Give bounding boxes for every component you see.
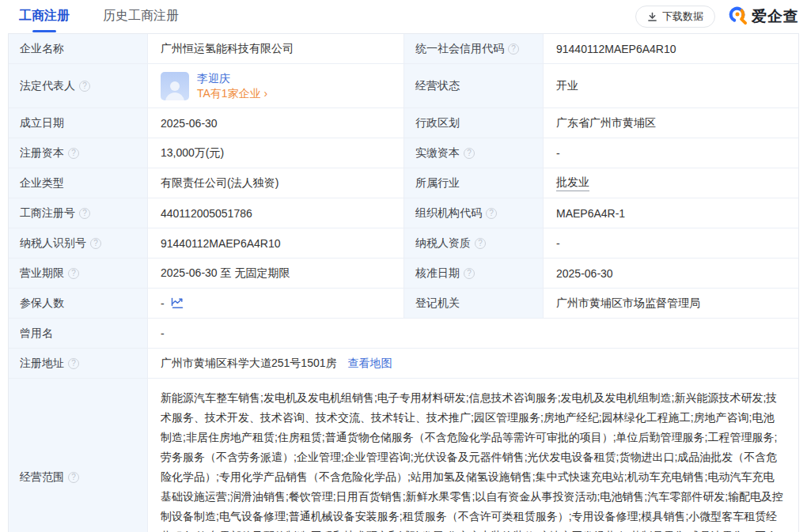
help-icon[interactable]: [464, 268, 475, 279]
help-icon[interactable]: [486, 208, 497, 219]
field-value-company-type: 有限责任公司(法人独资): [148, 168, 404, 198]
field-label-approval-date: 核准日期: [404, 258, 544, 288]
field-value-former-name: -: [148, 319, 798, 348]
help-icon[interactable]: [68, 472, 79, 483]
legal-rep-name-link[interactable]: 李迎庆: [197, 71, 267, 86]
table-row: 企业名称 广州恒运氢能科技有限公司 统一社会信用代码 91440112MAEP6…: [9, 34, 798, 64]
help-icon[interactable]: [475, 238, 486, 249]
field-value-approval-date: 2025-06-30: [544, 258, 798, 288]
chevron-right-icon: [261, 87, 268, 100]
help-icon[interactable]: [79, 208, 90, 219]
table-row: 成立日期 2025-06-30 行政区划 广东省广州市黄埔区: [9, 108, 798, 138]
field-value-insured-count: -: [148, 289, 404, 318]
help-icon[interactable]: [508, 43, 519, 55]
field-label-reg-capital: 注册资本: [9, 138, 148, 168]
trend-chart-icon[interactable]: [171, 297, 184, 309]
download-data-button[interactable]: 下载数据: [635, 6, 715, 28]
help-icon[interactable]: [464, 148, 475, 159]
tab-label: 工商注册: [19, 9, 70, 22]
field-label-business-term: 营业期限: [9, 258, 148, 288]
field-value-business-scope: 新能源汽车整车销售;发电机及发电机组销售;电子专用材料研发;信息技术咨询服务;发…: [148, 379, 798, 532]
tab-label: 历史工商注册: [103, 9, 179, 22]
field-label-company-type: 企业类型: [9, 168, 148, 198]
field-value-credit-code: 91440112MAEP6A4R10: [544, 34, 798, 63]
aiqicha-logo[interactable]: 爱企查: [728, 6, 799, 28]
field-label-paid-capital: 实缴资本: [404, 138, 544, 168]
field-label-business-scope: 经营范围: [9, 379, 148, 532]
table-row: 纳税人识别号 91440112MAEP6A4R10 纳税人资质 -: [9, 228, 798, 258]
legal-rep-related-companies-link[interactable]: TA有1家企业: [197, 86, 267, 101]
table-row: 法定代表人 李迎庆 TA有1家企业 经营状态 开业: [9, 64, 798, 108]
table-row: 曾用名 -: [9, 319, 798, 349]
legal-rep-avatar[interactable]: [161, 72, 189, 100]
field-label-registration-authority: 登记机关: [404, 289, 544, 318]
field-label-taxpayer-id: 纳税人识别号: [9, 228, 148, 258]
table-row: 工商注册号 440112005051786 组织机构代码 MAEP6A4R-1: [9, 198, 798, 228]
field-label-status: 经营状态: [404, 64, 544, 108]
field-value-company-name: 广州恒运氢能科技有限公司: [148, 34, 404, 63]
field-value-industry: 批发业: [544, 168, 798, 198]
table-row: 注册资本 13,000万(元) 实缴资本 -: [9, 138, 798, 168]
table-row: 参保人数 - 登记机关 广州市黄埔区市场监督管理局: [9, 289, 798, 319]
field-label-org-code: 组织机构代码: [404, 198, 544, 228]
field-label-credit-code: 统一社会信用代码: [404, 34, 544, 63]
tab-history-registration[interactable]: 历史工商注册: [103, 0, 179, 34]
field-label-region: 行政区划: [404, 108, 544, 138]
view-map-link[interactable]: 查看地图: [348, 357, 392, 371]
table-row: 经营范围 新能源汽车整车销售;发电机及发电机组销售;电子专用材料研发;信息技术咨…: [9, 379, 798, 532]
field-value-taxpayer-qualification: -: [544, 228, 798, 258]
download-icon: [647, 12, 657, 22]
field-value-region: 广东省广州市黄埔区: [544, 108, 798, 138]
field-value-paid-capital: -: [544, 138, 798, 168]
field-label-legal-rep: 法定代表人: [9, 64, 148, 108]
field-label-reg-number: 工商注册号: [9, 198, 148, 228]
field-label-address: 注册地址: [9, 349, 148, 378]
field-value-reg-number: 440112005051786: [148, 198, 404, 228]
field-value-registration-authority: 广州市黄埔区市场监督管理局: [544, 289, 798, 318]
industry-term[interactable]: 批发业: [556, 175, 589, 191]
business-scope-text: 新能源汽车整车销售;发电机及发电机组销售;电子专用材料研发;信息技术咨询服务;发…: [161, 391, 783, 532]
field-label-taxpayer-qualification: 纳税人资质: [404, 228, 544, 258]
download-label: 下载数据: [662, 9, 703, 24]
field-value-status: 开业: [544, 64, 798, 108]
help-icon[interactable]: [68, 358, 79, 369]
page-header: 工商注册 历史工商注册 下载数据 爱企查: [0, 0, 807, 33]
field-value-legal-rep: 李迎庆 TA有1家企业: [148, 64, 404, 108]
table-row: 注册地址 广州市黄埔区科学大道251号1501房 查看地图: [9, 349, 798, 379]
field-value-reg-capital: 13,000万(元): [148, 138, 404, 168]
field-value-business-term: 2025-06-30 至 无固定期限: [148, 258, 404, 288]
help-icon[interactable]: [68, 148, 79, 159]
field-label-established: 成立日期: [9, 108, 148, 138]
field-value-established: 2025-06-30: [148, 108, 404, 138]
aiqicha-logo-icon: [728, 6, 748, 28]
active-tab-underline: [32, 30, 56, 32]
field-value-taxpayer-id: 91440112MAEP6A4R10: [148, 228, 404, 258]
field-label-insured-count: 参保人数: [9, 289, 148, 318]
field-label-company-name: 企业名称: [9, 34, 148, 63]
tab-business-registration[interactable]: 工商注册: [19, 0, 70, 34]
help-icon[interactable]: [79, 81, 90, 92]
help-icon[interactable]: [68, 268, 79, 279]
help-icon[interactable]: [90, 238, 101, 249]
field-value-address: 广州市黄埔区科学大道251号1501房 查看地图: [148, 349, 798, 378]
header-actions: 下载数据 爱企查: [635, 6, 799, 28]
aiqicha-logo-text: 爱企查: [752, 6, 799, 27]
field-value-org-code: MAEP6A4R-1: [544, 198, 798, 228]
field-label-industry: 所属行业: [404, 168, 544, 198]
field-label-former-name: 曾用名: [9, 319, 148, 348]
table-row: 营业期限 2025-06-30 至 无固定期限 核准日期 2025-06-30: [9, 258, 798, 289]
table-row: 企业类型 有限责任公司(法人独资) 所属行业 批发业: [9, 168, 798, 198]
business-registration-table: 企业名称 广州恒运氢能科技有限公司 统一社会信用代码 91440112MAEP6…: [8, 33, 799, 532]
